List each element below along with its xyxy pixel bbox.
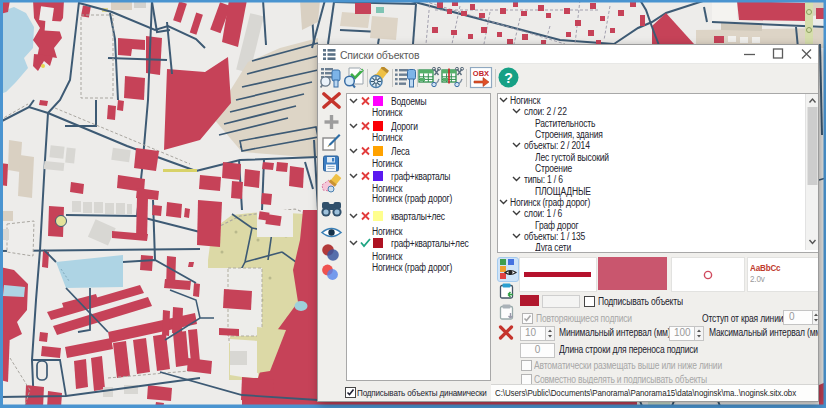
svg-text:OBX: OBX bbox=[473, 69, 489, 78]
svg-text:?: ? bbox=[504, 70, 513, 86]
